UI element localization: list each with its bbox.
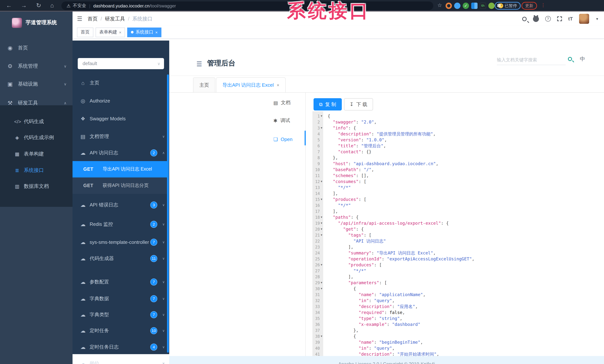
code-text: "produces": [: [323, 196, 366, 202]
ext-blue-grid[interactable]: [471, 3, 478, 9]
swagger-menu-15[interactable]: ☁岗位∨: [73, 355, 168, 364]
sidebar-item-2[interactable]: ⚙系统管理∨: [0, 58, 73, 75]
line-number: 23: [312, 244, 320, 250]
doc-search-icon[interactable]: [568, 57, 572, 61]
download-label: 下 载: [356, 101, 367, 108]
tag-系统接口[interactable]: 系统接口×: [127, 27, 161, 37]
close-icon[interactable]: ×: [155, 30, 158, 34]
code-line: 23 ],: [312, 244, 595, 250]
user-avatar[interactable]: [579, 14, 589, 24]
fold-icon[interactable]: ▼: [320, 226, 323, 232]
swagger-menu-10[interactable]: ☁参数配置7∨: [73, 274, 168, 290]
doc-tab-导出API 访问日志 Excel[interactable]: 导出API 访问日志 Excel×: [216, 77, 286, 92]
sidebar-subitem-1[interactable]: </>代码生成: [0, 113, 73, 129]
ext-orange-ring[interactable]: [446, 3, 452, 9]
swagger-menu-7[interactable]: ☁Redis 监控2∨: [73, 216, 168, 233]
fold-icon[interactable]: ▼: [320, 196, 323, 202]
swagger-menu-5[interactable]: ☁API 访问日志2∧: [73, 145, 168, 161]
swagger-menu-2[interactable]: ◎Authorize: [73, 93, 168, 109]
tag-表单构建[interactable]: 表单构建×: [96, 27, 125, 37]
sidebar-subitem-5[interactable]: ▥数据库文档: [0, 178, 73, 194]
side-tab-文档[interactable]: ▤文档: [273, 99, 305, 106]
chevron-down-icon: ∨: [162, 223, 165, 226]
side-tab-Open[interactable]: ❏Open: [273, 135, 305, 143]
sidebar-subitem-2[interactable]: ◈代码生成示例: [0, 129, 73, 145]
fold-icon[interactable]: ▼: [320, 214, 323, 220]
swagger-menu-14[interactable]: ☁定时任务日志4∨: [73, 339, 168, 355]
github-icon[interactable]: [533, 16, 539, 22]
fold-gutter: [320, 238, 323, 244]
fullscreen-icon[interactable]: [557, 16, 562, 21]
api-group-select[interactable]: default ∨: [78, 58, 164, 69]
sidebar-item-4[interactable]: ⚒研发工具∧: [0, 95, 73, 111]
code-line: 32 "in": "query",: [312, 298, 595, 303]
sidebar-scrollbar[interactable]: [167, 75, 169, 353]
swagger-menu-label: 岗位: [90, 360, 99, 364]
sidebar-subitem-4[interactable]: ≣系统接口: [0, 162, 73, 178]
endpoint-item[interactable]: GET获得API 访问日志分页: [73, 177, 168, 194]
fold-icon[interactable]: ▼: [320, 333, 323, 339]
fold-gutter: [320, 208, 323, 214]
line-number: 6: [312, 143, 320, 149]
copy-button[interactable]: ⧉ 复 制: [314, 98, 342, 111]
font-size-icon[interactable]: tT: [568, 16, 573, 22]
swagger-menu-8[interactable]: ☁sys-sms-template-controller7∨: [73, 234, 168, 250]
tag-首页[interactable]: 首页: [77, 27, 93, 37]
ext-green-check[interactable]: ✓: [463, 3, 469, 9]
fold-icon[interactable]: ▼: [320, 232, 323, 238]
fold-icon[interactable]: ▼: [320, 262, 323, 268]
app-logo[interactable]: 芋道管理系统: [0, 13, 73, 32]
swagger-json-editor[interactable]: 1▼{2 "swagger": "2.0",3▼ "info": {4 "des…: [312, 111, 595, 356]
ext-6h[interactable]: 6h: [480, 3, 486, 9]
sidebar-subitem-3[interactable]: ▦表单构建: [0, 146, 73, 162]
ext-white-star[interactable]: ✽: [496, 3, 502, 9]
browser-home-icon[interactable]: ⌂: [48, 1, 57, 10]
address-bar[interactable]: ⚠ 不安全 | dashboard.yudao.iocoder.cn/tool/…: [61, 1, 433, 10]
fold-icon[interactable]: ▼: [320, 220, 323, 226]
help-icon[interactable]: ?: [545, 16, 551, 22]
doc-tab-主页[interactable]: 主页: [193, 77, 215, 92]
browser-reload-icon[interactable]: ↻: [34, 1, 43, 10]
doc-search-input[interactable]: [497, 55, 566, 65]
swagger-menu-4[interactable]: ▤文档管理∨: [73, 128, 168, 145]
swagger-menu-13[interactable]: ☁定时任务10∨: [73, 323, 168, 339]
search-icon[interactable]: [522, 17, 527, 21]
fold-icon[interactable]: ▼: [320, 125, 323, 131]
token: "schemes": [328, 173, 356, 178]
breadcrumb-item[interactable]: 首页: [88, 15, 98, 22]
swagger-menu-12[interactable]: ☁字典类型7∨: [73, 307, 168, 323]
swagger-menu-11[interactable]: ☁字典数据7∨: [73, 290, 168, 307]
close-icon[interactable]: ×: [119, 30, 121, 34]
sidebar-toggle-icon[interactable]: ☰: [77, 15, 82, 22]
language-toggle[interactable]: 中: [580, 56, 585, 63]
chevron-up-icon: ∧: [64, 101, 67, 105]
swagger-menu-9[interactable]: ☁代码生成器11∨: [73, 250, 168, 267]
close-icon[interactable]: ×: [277, 82, 279, 88]
browser-forward-icon[interactable]: →: [19, 1, 28, 10]
fold-icon[interactable]: ▼: [320, 113, 323, 119]
token: "/": [364, 167, 372, 172]
ext-green[interactable]: [488, 3, 495, 9]
token: "exportApiAccessLogExcelUsingGET": [387, 256, 472, 262]
swagger-menu-6[interactable]: ☁API 错误日志3∨: [73, 197, 168, 213]
swagger-menu-3[interactable]: ❖Swagger Models: [73, 111, 168, 127]
sidebar-item-3[interactable]: ▣基础设施∨: [0, 76, 73, 92]
fold-icon[interactable]: ▼: [320, 178, 323, 185]
fold-icon[interactable]: ▼: [320, 286, 323, 292]
footer: Apache License 2.0 | Copyright © 2019-Kn…: [169, 356, 604, 364]
download-button[interactable]: ↧ 下 载: [344, 98, 373, 111]
browser-back-icon[interactable]: ←: [4, 1, 13, 10]
side-tab-调试[interactable]: ✱调试: [273, 117, 305, 124]
swagger-menu-1[interactable]: ⌂主页: [73, 75, 168, 91]
fold-icon[interactable]: ▼: [320, 280, 323, 286]
bookmark-star-icon[interactable]: ☆: [437, 2, 442, 8]
panel-collapse-icon[interactable]: ☰: [196, 60, 202, 68]
browser-menu-icon[interactable]: ⋮: [541, 2, 546, 8]
chrome-update-badge[interactable]: 更新: [521, 2, 537, 10]
ext-blue-drop[interactable]: [454, 3, 460, 9]
endpoint-item[interactable]: GET导出API 访问日志 Excel: [73, 161, 168, 177]
chevron-down-icon[interactable]: ▼: [595, 17, 599, 21]
line-number: 22: [312, 238, 320, 244]
sidebar-item-1[interactable]: ◉首页: [0, 40, 73, 56]
breadcrumb-item[interactable]: 研发工具: [105, 15, 125, 22]
